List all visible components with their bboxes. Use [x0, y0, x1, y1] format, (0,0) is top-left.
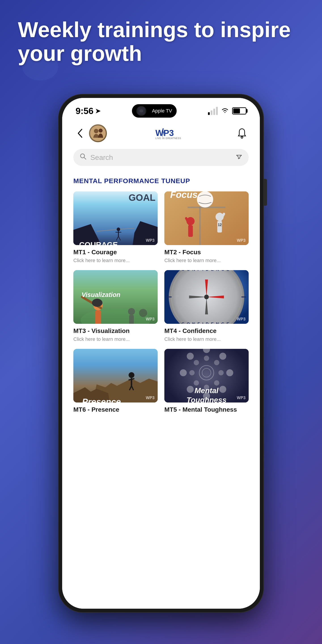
svg-point-73: [187, 386, 194, 393]
svg-rect-41: [129, 315, 134, 324]
dynamic-island-app-icon: [136, 106, 146, 116]
svg-text:Mental: Mental: [194, 386, 219, 395]
wp3-logo: W P3 LIVE IN GREATNESS: [153, 126, 189, 140]
card-mt3-title: MT3 - Visualization: [73, 327, 158, 334]
section-title: MENTAL PERFORMANCE TUNEUP: [73, 177, 249, 185]
card-mt3-image: Visualization WP3: [73, 270, 158, 324]
svg-point-2: [0, 302, 56, 369]
svg-point-4: [90, 126, 106, 141]
card-mt2-title: MT2 - Focus: [164, 249, 249, 256]
svg-text:LIVE IN GREATNESS: LIVE IN GREATNESS: [156, 137, 181, 140]
card-mt4-image: CONFIDENCE CONFIDENCE: [164, 270, 249, 324]
svg-point-6: [98, 128, 103, 132]
svg-point-83: [194, 360, 199, 365]
card-mt6-title: MT6 - Presence: [73, 406, 158, 413]
card-mt4-subtitle: Click here to learn more...: [164, 336, 249, 342]
watermark-mt1: WP3: [146, 238, 154, 243]
watermark-mt6: WP3: [146, 396, 154, 400]
svg-point-70: [226, 369, 233, 376]
search-icon: [80, 153, 87, 162]
phone-screen: 9:56 ➤ Apple TV: [62, 98, 260, 609]
svg-point-81: [194, 380, 199, 386]
watermark-mt5: WP3: [237, 396, 246, 400]
watermark-mt3: WP3: [146, 317, 154, 322]
svg-point-25: [197, 192, 213, 208]
filter-icon[interactable]: [236, 154, 242, 162]
svg-point-76: [204, 356, 209, 361]
card-mt1[interactable]: GOAL COURAGE WP3 MT1 - Courage Click her…: [73, 192, 158, 264]
card-mt2-image: 12 Focus WP3: [164, 192, 249, 245]
search-bar[interactable]: Search: [73, 149, 249, 166]
logo-container: W P3 LIVE IN GREATNESS: [107, 126, 235, 140]
apple-tv-label: Apple TV: [152, 108, 172, 114]
svg-point-78: [218, 370, 224, 375]
nav-bar: W P3 LIVE IN GREATNESS: [62, 120, 260, 147]
card-mt6-image: Presence WP3: [73, 349, 158, 402]
svg-point-61: [128, 372, 134, 378]
search-bar-container: Search: [62, 147, 260, 170]
svg-point-5: [94, 129, 98, 133]
svg-point-10: [241, 136, 243, 138]
svg-text:P3: P3: [164, 128, 174, 138]
svg-point-75: [187, 353, 194, 360]
status-right: [208, 107, 246, 115]
search-input[interactable]: Search: [90, 154, 232, 162]
svg-point-39: [92, 299, 102, 307]
card-mt2[interactable]: 12 Focus WP3 MT2 - Focus Click here to l…: [164, 192, 249, 264]
cards-grid: GOAL COURAGE WP3 MT1 - Courage Click her…: [73, 192, 249, 415]
svg-rect-23: [199, 206, 201, 245]
svg-text:Toughness: Toughness: [186, 396, 226, 402]
card-mt5-image: Mental Toughness WP3: [164, 349, 249, 402]
svg-point-79: [214, 380, 219, 386]
card-mt1-title: MT1 - Courage: [73, 249, 158, 256]
hero-title-text: Weekly trainings to inspire your growth: [18, 18, 291, 65]
svg-point-40: [128, 308, 135, 315]
svg-text:CONFIDENCE: CONFIDENCE: [181, 322, 232, 324]
card-mt1-image: GOAL COURAGE WP3: [73, 192, 158, 245]
svg-text:COURAGE: COURAGE: [79, 240, 118, 245]
card-mt1-subtitle: Click here to learn more...: [73, 258, 158, 264]
card-mt3-subtitle: Click here to learn more...: [73, 336, 158, 342]
card-mt4-title: MT4 - Confidence: [164, 327, 249, 334]
svg-text:Focus: Focus: [170, 192, 198, 200]
svg-text:W: W: [156, 128, 164, 138]
dynamic-island: Apple TV: [132, 104, 177, 118]
status-time: 9:56 ➤: [76, 106, 100, 116]
location-arrow-icon: ➤: [95, 107, 100, 115]
svg-point-82: [190, 370, 194, 375]
watermark-mt4: WP3: [237, 317, 246, 322]
battery-icon: [232, 107, 246, 114]
svg-rect-37: [95, 310, 101, 324]
notification-button[interactable]: [235, 126, 249, 140]
phone-outer-frame: 9:56 ➤ Apple TV: [58, 94, 264, 613]
svg-point-69: [219, 353, 226, 360]
card-mt2-subtitle: Click here to learn more...: [164, 258, 249, 264]
svg-point-42: [139, 309, 147, 317]
content-area: MENTAL PERFORMANCE TUNEUP: [62, 170, 260, 609]
wifi-icon: [221, 107, 229, 115]
signal-icon: [208, 107, 218, 115]
svg-point-53: [204, 295, 209, 300]
avatar[interactable]: [89, 124, 107, 142]
svg-text:Visualization: Visualization: [82, 291, 120, 298]
svg-point-71: [219, 386, 226, 393]
back-button[interactable]: [73, 126, 87, 140]
svg-point-77: [214, 360, 219, 365]
svg-text:GOAL: GOAL: [128, 192, 156, 203]
hero-title: Weekly trainings to inspire your growth: [18, 18, 304, 65]
svg-point-15: [117, 228, 120, 231]
svg-text:CONFIDENCE: CONFIDENCE: [181, 270, 232, 272]
svg-point-74: [180, 369, 187, 376]
card-mt5-title: MT5 - Mental Toughness: [164, 406, 249, 413]
phone-mockup: 9:56 ➤ Apple TV: [58, 94, 264, 613]
card-mt4[interactable]: CONFIDENCE CONFIDENCE: [164, 270, 249, 342]
time-display: 9:56: [76, 106, 94, 116]
svg-text:Presence: Presence: [82, 397, 121, 402]
status-bar: 9:56 ➤ Apple TV: [62, 98, 260, 120]
card-mt5[interactable]: Mental Toughness WP3 MT5 - Mental Toughn…: [164, 349, 249, 415]
watermark-mt2: WP3: [237, 238, 246, 243]
svg-text:12: 12: [218, 223, 222, 227]
card-mt3[interactable]: Visualization WP3 MT3 - Visualization Cl…: [73, 270, 158, 342]
card-mt6[interactable]: Presence WP3 MT6 - Presence: [73, 349, 158, 415]
